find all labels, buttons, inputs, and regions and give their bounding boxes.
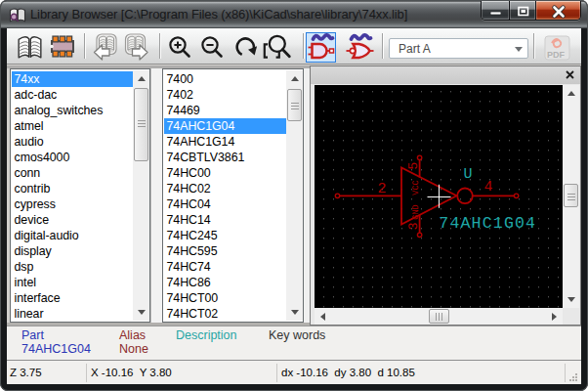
svg-text:5: 5 [406, 162, 421, 170]
svg-text:U: U [464, 166, 473, 183]
svg-text:2: 2 [378, 181, 387, 197]
svg-text:3: 3 [406, 222, 421, 230]
svg-text:4: 4 [483, 179, 492, 196]
svg-text:74AHC1G04: 74AHC1G04 [439, 214, 536, 233]
svg-text:PDF: PDF [547, 50, 566, 60]
svg-text:VCC: VCC [411, 180, 421, 195]
svg-text:GND: GND [411, 204, 421, 219]
